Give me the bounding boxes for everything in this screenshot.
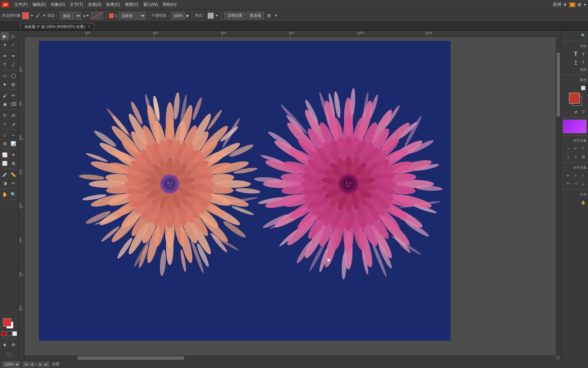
align-bottom-icon[interactable]: ⊞ <box>580 153 587 160</box>
paintbrush-tool[interactable]: 🖌 <box>1 91 9 99</box>
tab-close-btn[interactable]: × <box>87 25 91 29</box>
dist-h-icon[interactable]: ⊨ <box>565 172 572 179</box>
type-tool[interactable]: T <box>1 60 9 68</box>
artboard-tool[interactable]: ⬜ <box>1 159 9 167</box>
select-tool[interactable]: ▶ <box>1 32 9 40</box>
blob-brush-tool[interactable]: ◉ <box>1 100 9 108</box>
panel-search-icon[interactable]: 🔍 <box>580 32 587 39</box>
opacity-arrow[interactable]: ▶ <box>186 14 189 17</box>
align-left-icon[interactable]: ⊣ <box>565 145 572 152</box>
stroke-dropdown-icon[interactable]: ▼ <box>43 14 46 17</box>
menu-right-dropdown[interactable]: ▼ <box>563 2 567 7</box>
first-page-btn[interactable]: 首选项 <box>247 12 264 19</box>
vertical-scrollbar-thumb[interactable] <box>557 53 560 117</box>
blend-tool[interactable]: ◑ <box>1 179 9 187</box>
horizontal-scrollbar-thumb[interactable] <box>78 356 184 360</box>
panel-swap-icon[interactable]: ⇄ <box>572 108 579 115</box>
menu-grid-icon[interactable]: ⊞ <box>577 2 581 7</box>
menu-search-icon[interactable]: ✦ <box>583 2 587 7</box>
menu-select[interactable]: 选项(S) <box>85 1 104 9</box>
scale-tool[interactable]: ⤢ <box>1 120 9 128</box>
panel-swatch-fg[interactable] <box>569 93 580 104</box>
canvas-area[interactable]: 200 400 600 800 1000 1200 100 <box>18 31 560 360</box>
hand-tool[interactable]: ✋ <box>1 190 9 198</box>
symbol-sprayer-tool[interactable]: ✦ <box>9 151 17 159</box>
menu-edit[interactable]: 编辑(E) <box>30 1 48 9</box>
swatch-fg[interactable] <box>3 318 11 326</box>
stroke-type-select[interactable]: 描边： <box>60 12 81 19</box>
dist-v-icon[interactable]: ⊧ <box>572 172 579 179</box>
reflect-tool[interactable]: ⇄ <box>9 111 17 119</box>
menu-text[interactable]: 文字(T) <box>67 1 85 9</box>
shear-tool[interactable]: ⊿ <box>9 120 17 128</box>
panel-T-underline[interactable]: T <box>572 59 579 66</box>
nav-prev-btn[interactable]: ◀ <box>29 362 34 367</box>
nav-last-btn[interactable]: ▶| <box>44 362 49 367</box>
line-tool[interactable]: ╱ <box>9 60 17 68</box>
fill-color-swatch[interactable] <box>22 12 29 19</box>
menu-file[interactable]: 文件(F) <box>12 1 30 9</box>
measure-tool[interactable]: 📏 <box>9 170 17 179</box>
doc-settings-btn[interactable]: 文档设置 <box>224 12 245 19</box>
horizontal-scrollbar[interactable] <box>24 356 556 360</box>
rotate-tool[interactable]: ↻ <box>1 111 9 119</box>
measure-tool-2[interactable]: ⊚ <box>9 340 17 349</box>
menu-window[interactable]: 窗口(W) <box>141 1 160 9</box>
graph-tool[interactable]: 📊 <box>9 139 17 148</box>
edit-tool[interactable]: ◈ <box>1 340 9 349</box>
dist-5-icon[interactable]: ⊣ <box>572 180 579 187</box>
panel-T-large[interactable]: T <box>572 51 579 58</box>
arrange-dropdown[interactable]: ▼ <box>274 14 278 17</box>
pencil-tool[interactable]: ✏ <box>9 91 17 99</box>
art-board-tool[interactable]: ⬛ <box>5 350 13 358</box>
magic-wand-tool[interactable]: ✦ <box>1 41 9 49</box>
align-center-icon[interactable]: ⊢ <box>572 145 579 152</box>
align-middle-icon[interactable]: ≡ <box>572 153 579 160</box>
panel-T-medium[interactable]: T <box>580 51 587 58</box>
style-dropdown[interactable]: ▼ <box>215 14 218 17</box>
menu-object[interactable]: 对象(O) <box>48 1 67 9</box>
panel-color-icon-1[interactable]: ⬜ <box>580 85 587 91</box>
dist-6-icon[interactable]: ⊥ <box>580 180 587 187</box>
dist-3-icon[interactable]: ⊦ <box>580 172 587 179</box>
direct-select-tool[interactable]: ▷ <box>9 32 17 40</box>
eraser-tool[interactable]: ⌫ <box>9 100 17 108</box>
nav-first-btn[interactable]: |◀ <box>23 362 28 367</box>
menu-effect[interactable]: 效果(C) <box>104 1 122 9</box>
vertical-scrollbar[interactable] <box>556 37 560 356</box>
fill-dropdown-icon[interactable]: ▼ <box>30 14 34 17</box>
lasso-tool[interactable]: ⌐ <box>9 41 17 49</box>
stroke-icon[interactable]: 🖊 <box>35 13 41 19</box>
swatch-red[interactable] <box>1 331 6 336</box>
opacity-input[interactable] <box>172 12 185 19</box>
eyedropper-tool[interactable]: 💉 <box>1 170 9 179</box>
dist-4-icon[interactable]: ⊢ <box>565 180 572 187</box>
swatch-white[interactable] <box>12 331 17 336</box>
ellipse-tool[interactable]: ◯ <box>9 72 17 80</box>
nav-next-btn[interactable]: ▶ <box>38 362 43 367</box>
column-graph-tool[interactable]: 📈 <box>1 151 9 159</box>
pen-tool[interactable]: ✒ <box>1 52 9 60</box>
canvas-background[interactable] <box>39 41 451 341</box>
star-tool[interactable]: ★ <box>1 80 9 88</box>
color-swatch-2[interactable] <box>109 13 114 18</box>
style-swatch[interactable] <box>208 13 214 19</box>
panel-none-icon[interactable]: ∅ <box>580 108 587 115</box>
stroke-arrow[interactable]: ▲▼ <box>83 14 89 17</box>
spiral-tool[interactable]: @ <box>9 80 17 88</box>
warp-tool[interactable]: ⌂ <box>1 131 9 139</box>
slice-tool[interactable]: ⊞ <box>9 159 17 167</box>
swatch-dark[interactable] <box>7 331 12 336</box>
menu-help[interactable]: 帮助(H) <box>160 1 179 9</box>
tab-untitled[interactable]: 未标题-1* @ 100% (RGB/GPU 矢量) × <box>20 23 94 30</box>
panel-gradient-preview[interactable] <box>563 120 587 133</box>
arrange-icon[interactable]: ⊞ <box>265 12 273 19</box>
shape-type-select[interactable]: 点阵形 <box>118 12 146 19</box>
lock-icon[interactable]: 🔒 <box>580 199 587 206</box>
panel-T-small[interactable]: T <box>580 59 587 66</box>
scissors-tool[interactable]: ✂ <box>9 179 17 187</box>
zoom-tool[interactable]: 🔍 <box>9 190 17 198</box>
add-anchor-tool[interactable]: ✒ <box>9 52 17 60</box>
menu-st-icon[interactable]: St <box>569 2 575 7</box>
align-top-icon[interactable]: ⊥ <box>565 153 572 160</box>
